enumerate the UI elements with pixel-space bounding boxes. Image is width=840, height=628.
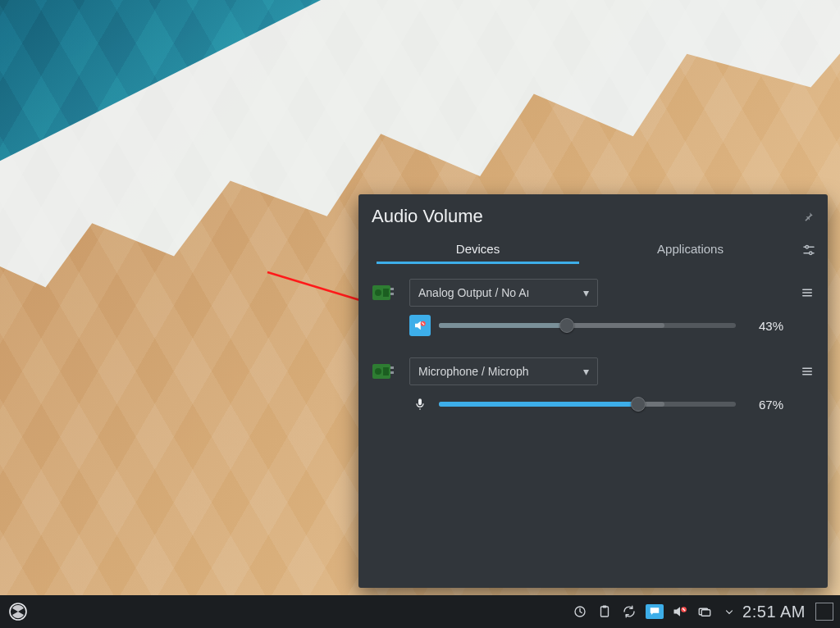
device-output: Analog Output / No Aı ▾ 43%: [372, 279, 815, 336]
panel-title: Audio Volume: [372, 206, 483, 227]
svg-point-18: [375, 368, 381, 375]
sound-card-icon: [372, 357, 401, 385]
tab-applications[interactable]: Applications: [584, 235, 797, 264]
system-tray: [572, 603, 737, 620]
sync-icon[interactable]: [621, 603, 637, 620]
input-port-label: Microphone / Microph: [418, 365, 529, 378]
updates-icon[interactable]: [572, 603, 588, 620]
svg-rect-30: [701, 610, 710, 617]
application-launcher[interactable]: [7, 600, 30, 623]
chevron-down-icon: ▾: [583, 286, 589, 299]
input-port-select[interactable]: Microphone / Microph ▾: [409, 357, 598, 385]
output-volume-slider[interactable]: [439, 318, 736, 333]
pin-icon[interactable]: [803, 211, 815, 222]
volume-muted-icon[interactable]: [672, 603, 688, 620]
expand-tray-icon[interactable]: [721, 603, 737, 620]
speaker-muted-icon: [413, 318, 427, 333]
input-mute-button[interactable]: [409, 394, 431, 415]
tab-bar: Devices Applications: [372, 235, 797, 264]
chat-icon[interactable]: [646, 604, 664, 619]
svg-point-4: [810, 252, 812, 254]
svg-rect-25: [601, 607, 609, 617]
svg-rect-17: [390, 371, 394, 374]
input-volume-slider[interactable]: [439, 397, 736, 412]
svg-rect-7: [390, 293, 394, 295]
device-input: Microphone / Microph ▾ 67%: [372, 357, 815, 415]
clipboard-icon[interactable]: [596, 603, 613, 620]
output-port-select[interactable]: Analog Output / No Aı ▾: [409, 279, 598, 307]
output-hamburger-icon[interactable]: [792, 279, 815, 307]
sound-card-icon: [372, 279, 401, 307]
input-volume-percent: 67%: [744, 398, 783, 412]
network-icon[interactable]: [696, 603, 713, 620]
svg-rect-6: [390, 288, 394, 290]
audio-volume-panel: Audio Volume Devices Applications Analog…: [358, 194, 828, 588]
svg-rect-9: [383, 289, 389, 297]
svg-rect-26: [603, 606, 607, 608]
svg-rect-19: [383, 367, 389, 375]
svg-point-3: [806, 245, 808, 248]
configure-icon[interactable]: [797, 243, 815, 257]
output-volume-percent: 43%: [744, 319, 783, 333]
svg-point-8: [375, 289, 381, 296]
taskbar: 2:51 AM: [0, 595, 840, 628]
clock[interactable]: 2:51 AM: [742, 603, 806, 621]
tab-devices[interactable]: Devices: [372, 235, 584, 264]
input-hamburger-icon[interactable]: [792, 357, 815, 385]
output-mute-button[interactable]: [409, 315, 431, 336]
microphone-icon: [413, 398, 427, 411]
show-desktop-button[interactable]: [815, 603, 833, 621]
svg-rect-16: [390, 366, 394, 369]
chevron-down-icon: ▾: [583, 365, 589, 378]
output-port-label: Analog Output / No Aı: [418, 286, 529, 299]
